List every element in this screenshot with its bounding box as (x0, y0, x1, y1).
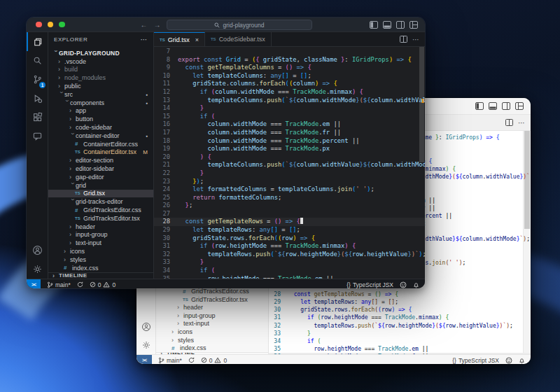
tree-item[interactable]: #GridTracksEditor.css (48, 206, 153, 214)
toggle-panel-icon[interactable] (383, 21, 391, 29)
line-number[interactable]: 17 (154, 129, 178, 137)
minimize-window-button[interactable] (48, 22, 54, 28)
line-number[interactable]: 14 (154, 104, 178, 113)
customize-layout-icon[interactable] (515, 102, 524, 110)
line-number[interactable]: 16 (154, 120, 178, 129)
code-line[interactable]: 34 if ( (154, 267, 425, 275)
problems-item[interactable]: 0 0 (201, 357, 227, 364)
toggle-primary-sidebar-icon[interactable] (475, 102, 484, 110)
code-line[interactable]: 30 gridState.rows.forEach((row) => { (269, 306, 531, 314)
line-number[interactable]: 35 (269, 345, 287, 353)
notifications-bell-icon[interactable] (519, 357, 525, 364)
line-number[interactable]: 31 (154, 242, 178, 251)
code-line[interactable]: 22 } (154, 169, 425, 178)
toggle-secondary-sidebar-icon[interactable] (502, 102, 510, 110)
tree-item[interactable]: ›header (48, 223, 153, 231)
line-number[interactable]: 35 (154, 275, 178, 279)
tree-item[interactable]: ›build (48, 66, 153, 74)
feedback-item[interactable] (505, 357, 512, 364)
line-number[interactable]: 26 (154, 202, 178, 210)
line-number[interactable]: 36 (269, 353, 287, 354)
code-line[interactable]: 8export const Grid = ({ gridState, class… (154, 56, 425, 64)
close-tab-icon[interactable]: × (195, 36, 199, 43)
code-line[interactable]: 23 }); (154, 178, 425, 186)
line-number[interactable]: 32 (269, 322, 287, 330)
line-number[interactable]: 25 (154, 194, 178, 202)
code-line[interactable]: 9 const getTemplateColumns = () => { (154, 64, 425, 72)
tree-item[interactable]: ›public (48, 82, 153, 90)
tree-item[interactable]: ›text-input (156, 320, 268, 328)
nav-forward-icon[interactable]: → (154, 21, 161, 29)
feedback-item[interactable] (400, 281, 407, 288)
tree-item[interactable]: ›gap-editor (48, 173, 153, 181)
code-line[interactable]: 35 row.heightMode === TrackMode.em || (154, 275, 425, 279)
code-line[interactable]: 12 if (column.widthMode === TrackMode.mi… (154, 88, 425, 97)
code-line[interactable]: 26 }; (154, 202, 425, 210)
code-line[interactable]: 10 let templateColumns: any[] = []; (154, 72, 425, 80)
code-line[interactable]: 21 templateColumns.push(`${column.widthV… (154, 161, 425, 169)
tree-item[interactable]: ›grid (48, 181, 153, 190)
remote-indicator[interactable]: >< (136, 355, 152, 364)
line-number[interactable]: 34 (269, 337, 287, 345)
timeline-section[interactable]: › TIMELINE (156, 352, 268, 354)
titlebar[interactable]: ← → grid-playground (27, 18, 425, 32)
code-line[interactable]: 36 row.heightMode === TrackMode.fr || (269, 353, 531, 354)
tree-item[interactable]: #GridTracksEditor.css (156, 287, 268, 295)
code-editor[interactable]: 78export const Grid = ({ gridState, clas… (154, 47, 425, 279)
line-number[interactable]: 30 (154, 234, 178, 243)
tree-item[interactable]: ›styles (156, 336, 268, 344)
line-number[interactable]: 29 (269, 298, 287, 306)
settings-gear-icon[interactable] (27, 260, 48, 279)
toggle-secondary-sidebar-icon[interactable] (396, 21, 405, 29)
tree-item[interactable]: ›code-sidebar (48, 123, 153, 132)
line-number[interactable]: 27 (154, 210, 178, 218)
line-number[interactable]: 20 (154, 153, 178, 162)
account-icon[interactable] (27, 241, 48, 260)
line-number[interactable]: 10 (154, 72, 178, 80)
line-number[interactable]: 32 (154, 251, 178, 259)
code-line[interactable]: 18 column.widthMode === TrackMode.percen… (154, 137, 425, 146)
tree-item[interactable]: ›input-group (156, 312, 268, 320)
line-number[interactable]: 13 (154, 97, 178, 105)
line-number[interactable]: 23 (154, 178, 178, 186)
tree-item[interactable]: ›button (48, 115, 153, 123)
customize-layout-icon[interactable] (410, 21, 418, 29)
toggle-primary-sidebar-icon[interactable] (370, 21, 378, 29)
code-line[interactable]: 24 let formattedColumns = templateColumn… (154, 186, 425, 194)
vscode-window-dark[interactable]: ← → grid-playground 1 (27, 18, 425, 288)
code-line[interactable]: 34 if ( (269, 337, 531, 345)
git-branch-item[interactable]: main* (158, 357, 182, 364)
line-number[interactable]: 18 (154, 137, 178, 146)
split-editor-icon[interactable] (400, 36, 407, 43)
line-number[interactable]: 28 (154, 218, 178, 226)
toggle-panel-icon[interactable] (489, 102, 497, 110)
tree-item[interactable]: ›components● (48, 99, 153, 107)
line-number[interactable]: 12 (154, 88, 178, 97)
language-mode-item[interactable]: {} TypeScript JSX (346, 281, 393, 288)
code-line[interactable]: 25 return formattedColumns; (154, 194, 425, 202)
tree-item[interactable]: ›icons (156, 328, 268, 336)
chat-icon[interactable] (27, 127, 48, 146)
code-line[interactable]: 32 templateRows.push(`${row.heightMode}(… (269, 322, 531, 330)
sync-item[interactable] (188, 357, 195, 363)
tree-item[interactable]: ›input-group (48, 231, 153, 239)
editor-more-actions-icon[interactable]: ⋯ (518, 119, 525, 127)
tree-item[interactable]: #index.css (48, 264, 153, 272)
tree-item[interactable]: #index.css (156, 344, 268, 352)
tree-item[interactable]: ›header (156, 303, 268, 312)
tree-item[interactable]: ›editor-section (48, 156, 153, 164)
code-line[interactable]: 31 if (row.heightMode === TrackMode.minm… (154, 242, 425, 251)
git-branch-item[interactable]: main* (47, 281, 71, 288)
code-line[interactable]: 35 row.heightMode === TrackMode.em || (269, 345, 531, 353)
line-number[interactable]: 8 (154, 56, 178, 64)
code-line[interactable]: 28 const getTemplateRows = () => { (154, 218, 425, 226)
tree-item[interactable]: TSGridTracksEditor.tsx (48, 214, 153, 223)
code-line[interactable]: 28 const getTemplateRows = () => { (269, 290, 531, 298)
explorer-icon[interactable] (27, 32, 48, 51)
nav-back-icon[interactable]: ← (141, 21, 148, 29)
tab-grid-tsx[interactable]: TS Grid.tsx × (154, 32, 205, 46)
line-number[interactable]: 28 (269, 290, 287, 298)
tree-item[interactable]: TSGridTracksEditor.tsx (156, 295, 268, 304)
close-window-button[interactable] (36, 22, 42, 28)
tree-item[interactable]: ›icons (48, 247, 153, 255)
